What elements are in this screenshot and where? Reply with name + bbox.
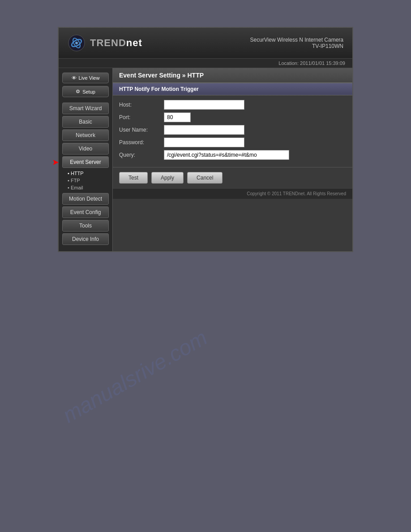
query-input[interactable] [164,150,289,160]
apply-button[interactable]: Apply [151,172,184,184]
svg-point-3 [75,42,78,44]
sidebar-item-event-server[interactable]: Event Server [62,156,109,168]
sidebar-item-smart-wizard[interactable]: Smart Wizard [62,103,109,114]
sidebar-item-tools[interactable]: Tools [62,220,109,232]
host-label: Host: [119,102,164,108]
test-button[interactable]: Test [119,172,148,184]
password-row: Password: [119,137,346,147]
port-input[interactable] [164,112,191,122]
trendnet-logo-icon [68,34,86,52]
arrow-indicator: ➤ [52,158,58,167]
port-row: Port: [119,112,346,122]
username-label: User Name: [119,127,164,133]
section-header: HTTP Notify For Motion Trigger [113,83,352,95]
live-view-button[interactable]: 👁 Live View [62,73,109,83]
gear-icon: ⚙ [76,89,80,94]
logo-text: TRENDnet [90,37,142,49]
timestamp: 2011/01/01 15:39:09 [300,60,345,66]
content-panel: Event Server Setting » HTTP HTTP Notify … [112,68,352,251]
sidebar-item-event-config[interactable]: Event Config [62,206,109,218]
sidebar-item-device-info[interactable]: Device Info [62,233,109,245]
logo-area: TRENDnet [68,34,142,52]
sidebar-item-motion-detect[interactable]: Motion Detect [62,193,109,205]
port-label: Port: [119,114,164,120]
header: TRENDnet SecurView Wireless N Internet C… [59,28,352,59]
password-label: Password: [119,139,164,146]
main-area: 👁 Live View ⚙ Setup Smart Wizard Basic N… [59,68,352,251]
sidebar: 👁 Live View ⚙ Setup Smart Wizard Basic N… [59,68,112,251]
query-label: Query: [119,152,164,158]
username-input[interactable] [164,125,244,135]
header-right: SecurView Wireless N Internet Camera TV-… [250,37,343,49]
page-title: Event Server Setting » HTTP [113,68,352,83]
form-area: Host: Port: User Name: Password: [113,95,352,167]
sidebar-item-network[interactable]: Network [62,129,109,141]
event-server-sub-items: • HTTP • FTP • Email [62,170,109,191]
watermark: manualsrive.com [59,325,212,428]
location-bar: Location: 2011/01/01 15:39:09 [59,59,352,68]
button-row: Test Apply Cancel [113,167,352,188]
sub-item-ftp[interactable]: • FTP [66,177,109,184]
sub-item-http[interactable]: • HTTP [66,170,109,177]
product-model: TV-IP110WN [250,43,343,49]
setup-button[interactable]: ⚙ Setup [62,86,109,97]
footer: Copyright © 2011 TRENDnet. All Rights Re… [113,188,352,199]
query-row: Query: [119,150,346,160]
password-input[interactable] [164,137,244,147]
product-name: SecurView Wireless N Internet Camera [250,37,343,43]
app-window: TRENDnet SecurView Wireless N Internet C… [58,27,353,252]
username-row: User Name: [119,125,346,135]
eye-icon: 👁 [72,75,77,81]
host-input[interactable] [164,100,244,110]
sidebar-item-event-server-wrapper: ➤ Event Server [62,156,109,168]
host-row: Host: [119,100,346,110]
sidebar-item-basic[interactable]: Basic [62,116,109,128]
sub-item-email[interactable]: • Email [66,184,109,191]
location-label: Location: [278,60,299,66]
sidebar-item-video[interactable]: Video [62,143,109,154]
cancel-button[interactable]: Cancel [187,172,223,184]
